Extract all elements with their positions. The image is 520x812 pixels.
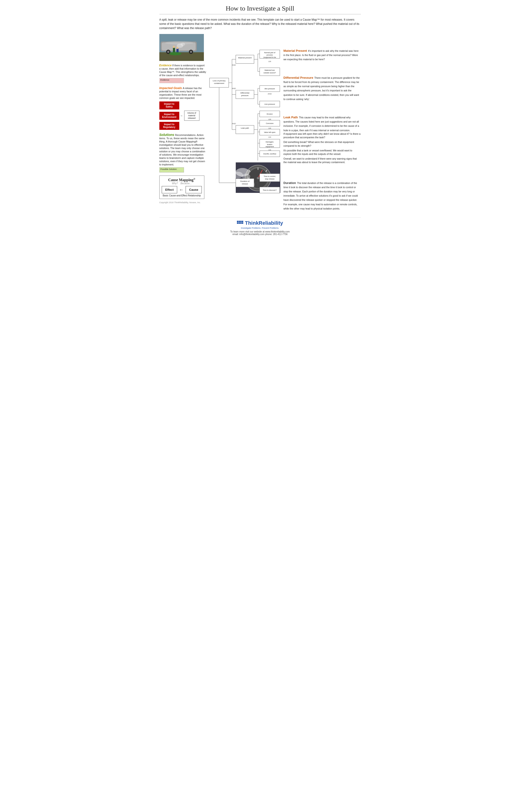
material-present-desc: Material Present It's important to ask w… [284,49,361,61]
svg-text:OR: OR [268,136,271,138]
svg-point-184 [233,172,243,178]
svg-text:Material present: Material present [238,57,252,59]
goals-list: Impact toSafety Impact toEnvironment ← V… [159,102,207,130]
left-column: Evidence If there is evidence to support… [159,34,209,204]
svg-text:Leak path: Leak path [241,127,249,129]
svg-text:AND: AND [232,64,236,66]
cause-map-subtitle: Why? Because... [161,182,202,185]
evidence-heading-main: Evidence [159,64,172,67]
svg-rect-121 [236,55,254,63]
goal-env-main: Impact toEnvironment [159,112,179,120]
cm-cause-main: Cause [186,186,202,193]
arrow-volume-icon: ← [180,114,183,117]
svg-text:AND: AND [232,123,236,125]
svg-rect-103 [173,48,175,52]
svg-text:Time to control,: Time to control, [264,175,276,177]
leak-path-desc: Leak Path This cause may lead to the mos… [284,115,361,164]
svg-text:AND: AND [268,93,271,95]
think-reliability-logo: ThinkReliability [159,220,361,226]
svg-rect-208 [240,222,242,224]
evidence-section-main: Evidence If there is evidence to support… [159,64,207,83]
footer-contact: email: info@thinkreliability.com phone: … [159,233,361,236]
svg-text:broken: broken [267,143,272,146]
svg-text:Damaged,: Damaged, [265,141,274,143]
tr-tagline: Investigate Problems. Prevent Problems. [159,227,361,229]
footer-website: To learn more visit our website at www.t… [159,230,361,233]
svg-rect-197 [260,174,280,182]
leak-path-text3: Did something break? What were the stres… [284,140,361,148]
svg-rect-206 [237,222,238,224]
svg-text:process: process [266,54,273,56]
full-page: Evidence If there is evidence to support… [159,34,361,236]
leak-path-text5: Overall, we want to understand if there … [284,157,361,164]
tr-logo-icon [237,221,243,226]
evidence-box-main: Evidence: [159,78,184,83]
leak-path-title: Leak Path [284,115,298,119]
diff-pressure-text: There must be a pressure gradient for th… [284,76,360,101]
svg-rect-205 [240,221,242,222]
svg-text:Erosion: Erosion [267,113,272,115]
content-row: Evidence If there is evidence to support… [159,34,361,214]
impacted-goals-main: Impacted Goals A release has the potenti… [159,86,207,130]
cm-effect-main: Effect [162,186,177,193]
cm-arrow-main: ← [179,187,184,192]
diff-pressure-desc: Differential Pressure There must be a pr… [284,75,361,101]
footer-section: ThinkReliability Investigate Problems. P… [159,217,361,236]
leak-path-text4: It's possible that a tank or vessel over… [284,149,361,156]
svg-text:pressure: pressure [241,95,249,97]
cm-effect-cause-row: Effect ← Cause [161,186,202,193]
page-title: How to Investigate a Spill [159,5,361,14]
duration-desc: Duration The total duration of the relea… [284,181,361,211]
svg-rect-105 [177,49,179,52]
svg-text:stop release: stop release [265,178,275,180]
svg-text:equipment: equipment [265,146,274,148]
svg-text:Atm pressure: Atm pressure [264,88,275,90]
svg-text:Corrosion: Corrosion [266,122,274,125]
spill-image [159,34,204,61]
solutions-body-main: Recommendations. Action items. To us, th… [159,134,205,166]
svg-rect-203 [237,221,238,222]
intro-text: A spill, leak or release may be one of t… [159,18,361,30]
goal-safety-main: Impact toSafety [159,102,179,109]
tr-logo-name: ThinkReliability [245,220,283,226]
svg-text:AND: AND [232,87,236,89]
svg-rect-204 [238,221,240,222]
cause-map-title-main: Cause Mapping® [161,178,202,182]
svg-text:Differential: Differential [240,92,249,94]
volume-box-main: Volume ofmaterialreleased [184,111,200,121]
svg-text:Loss of primary: Loss of primary [212,80,226,82]
svg-point-109 [180,43,185,46]
svg-text:Line pressure: Line pressure [264,103,275,105]
solutions-main: Solutions Recommendations. Action items.… [159,133,207,173]
svg-text:(supposed to be: (supposed to be [263,56,276,58]
svg-point-104 [173,46,175,48]
cm-caption-main: Basic Cause-and-Effect Relationship [161,194,202,197]
duration-title: Duration [284,181,296,185]
svg-point-102 [190,51,192,53]
svg-text:Overfill, overflow: Overfill, overflow [263,153,276,155]
svg-text:containment: containment [214,82,224,84]
svg-text:Valve left open: Valve left open [264,131,275,133]
main-flowchart: Loss of primary containment AND AND AND [209,34,281,212]
svg-rect-209 [242,221,243,222]
svg-text:Material from: Material from [265,69,275,71]
right-column: Material Present It's important to ask w… [281,34,361,214]
material-present-title: Material Present [284,49,307,52]
svg-text:release: release [242,183,248,185]
svg-text:Time to discover?: Time to discover? [263,189,277,191]
goal-regulatory-main: Impact toRegulatory [159,122,179,130]
copyright-main: Copyright 2018 ThinkReliability, Novare,… [159,201,207,204]
cause-map-reg: ® [193,178,195,180]
svg-rect-210 [242,222,243,224]
svg-rect-95 [159,52,204,61]
leak-path-text2: If equipment was left open then why didn… [284,132,361,139]
svg-text:outside source?: outside source? [263,72,276,74]
duration-text: The total duration of the release is a c… [284,182,358,210]
svg-text:OR: OR [268,60,271,62]
svg-text:Duration of: Duration of [240,180,250,182]
svg-rect-147 [236,125,254,134]
impacted-goals-heading-main: Impacted Goals [159,86,182,90]
svg-point-100 [167,51,170,53]
svg-point-107 [169,52,181,55]
center-column: Loss of primary containment AND AND AND [209,34,281,213]
